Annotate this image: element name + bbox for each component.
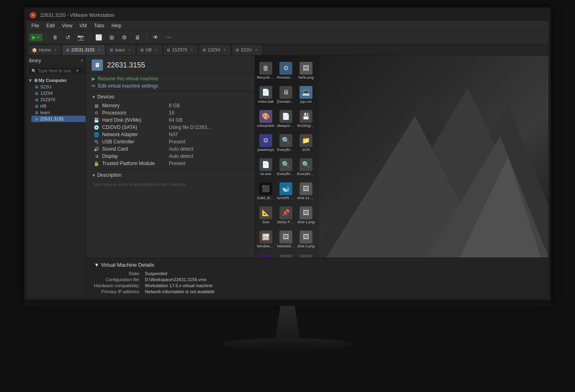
menu-edit[interactable]: Edit xyxy=(43,22,58,29)
desktop-icon-notepad3[interactable]: 📝 Notepad3.6... xyxy=(297,252,315,257)
tab-s22u-close[interactable]: × xyxy=(253,47,259,53)
sidebar-item-hb[interactable]: 🖥 HB xyxy=(31,103,86,109)
vm-preview[interactable]: 🗑 Recycle Bin ⚙ Process Lasso 🖼 xyxy=(255,55,548,257)
vm-details-title: Virtual Machine Details xyxy=(101,262,154,268)
devices-section-header[interactable]: ▼ Devices xyxy=(92,94,249,100)
desktop-icon-juju-vm[interactable]: 💻 juju.vm xyxy=(297,84,315,106)
tab-learn-close[interactable]: × xyxy=(127,47,132,53)
tab-152970-close[interactable]: × xyxy=(189,47,195,53)
vm-logo: 🖥 xyxy=(92,59,103,71)
fullscreen-button[interactable]: ⬜ xyxy=(93,32,105,43)
settings-button[interactable]: ⚙ xyxy=(119,32,130,43)
desktop-icon-shot-2[interactable]: 🖼 shot-2.png xyxy=(297,228,315,251)
obsidian-icon: 💎 xyxy=(259,255,272,257)
desktop-icon-everything2[interactable]: 🔍 Everything-... xyxy=(277,156,295,178)
icon-label: alwaysonfo... xyxy=(277,124,295,128)
vm-tab-icon-13z94: 🖥 xyxy=(202,48,206,52)
icon-label: Recycle Bin xyxy=(257,76,275,80)
sound-icon: 🔊 xyxy=(93,147,100,152)
desktop-icon-solid-black[interactable]: ⬛ Solid_black... xyxy=(257,180,275,202)
desktop-icon-hehe-png[interactable]: 🖼 hehe.png xyxy=(297,59,315,82)
view-button[interactable]: 👁 xyxy=(150,32,161,43)
desktop-icon-naver-whale[interactable]: 🐋 NAVER Whale xyxy=(277,180,295,202)
tab-13z94[interactable]: 🖥 13Z94 × xyxy=(199,45,231,55)
tab-22631-close[interactable]: × xyxy=(96,47,102,53)
sidebar-item-22631[interactable]: 🖥 22631.3155 xyxy=(31,116,86,122)
edit-settings-button[interactable]: ✏ Edit virtual machine settings xyxy=(92,83,249,89)
power-on-button[interactable]: ▶ ▼ xyxy=(30,34,43,41)
sidebar-search-box[interactable]: 🔍 ▼ xyxy=(29,67,83,74)
desktop-icon-notes-bak[interactable]: 📄 notes.bak xyxy=(257,84,275,106)
tab-13z94-close[interactable]: × xyxy=(222,47,228,53)
description-placeholder[interactable]: Type here to enter a description of this… xyxy=(92,180,249,188)
restart-button[interactable]: ↺ xyxy=(62,32,74,43)
resume-button[interactable]: ▶ Resume this virtual machine xyxy=(92,76,249,82)
device-value: Present xyxy=(169,161,185,166)
desktop-icon-alwaysonfo[interactable]: 📄 alwaysonfo... xyxy=(277,108,295,130)
desktop-icon-process-lasso[interactable]: ⚙ Process Lasso xyxy=(277,59,295,82)
tab-s22u[interactable]: 🖥 S22U × xyxy=(232,45,263,55)
menu-tabs[interactable]: Tabs xyxy=(91,22,107,29)
tpm-icon: 🔒 xyxy=(93,161,100,166)
desktop-icon-recycle-bin[interactable]: 🗑 Recycle Bin xyxy=(257,59,275,82)
scr-icon: 📁 xyxy=(300,134,312,147)
sticky-previews-icon: 📌 xyxy=(279,206,292,219)
desktop-icon-shot-14[interactable]: 🖼 shot-14.png xyxy=(297,180,315,202)
suspend-button[interactable]: ⏸ xyxy=(49,32,61,43)
desktop-icon-colorpicker[interactable]: 🎨 colorpicker xyxy=(257,108,275,130)
details-grid: State: Suspended Configuration file: D:\… xyxy=(94,271,540,294)
tab-home[interactable]: 🏠 Home × xyxy=(28,45,62,55)
desktop-icon-everything[interactable]: 🔍 Everything-... xyxy=(277,132,295,154)
desktop-icon-windowsp[interactable]: 🪟 WindowSp... xyxy=(257,228,275,251)
menu-view[interactable]: View xyxy=(59,22,76,29)
device-cd: 💿 CD/DVD (SATA) Using file D:\2263... xyxy=(92,124,249,131)
vmx-button[interactable]: 🖥 xyxy=(132,32,143,43)
desktop-icon-hebedoit[interactable]: 🖼 hebedoit.png xyxy=(277,228,295,251)
sidebar-item-s22u[interactable]: 🖥 S22U xyxy=(31,84,86,90)
tab-22631[interactable]: 🖥 22631.3155 × xyxy=(62,45,105,55)
desktop-icon-es-exe[interactable]: 📄 es.exe xyxy=(257,156,275,178)
tab-152970[interactable]: 🖥 15Z970 × xyxy=(163,45,198,55)
tab-home-close[interactable]: × xyxy=(52,47,58,53)
close-button[interactable]: × xyxy=(30,12,36,18)
options-button[interactable]: ⋯ xyxy=(163,32,174,43)
search-dropdown-icon[interactable]: ▼ xyxy=(76,69,79,73)
sidebar-item-label: learn xyxy=(40,110,50,115)
window-title: 22631.3155 - VMware Workstation xyxy=(40,12,115,18)
vm-icon: 🖥 xyxy=(35,110,39,115)
sidebar-item-15z970[interactable]: 🖥 15Z970 xyxy=(31,96,86,103)
domain-m2-icon: 🖥 xyxy=(279,86,292,99)
vm-logo-icon: 🖥 xyxy=(94,62,100,68)
sidebar-item-learn[interactable]: 🖥 learn xyxy=(31,109,86,116)
menu-file[interactable]: File xyxy=(28,22,42,29)
menu-vm[interactable]: VM xyxy=(76,22,90,29)
vm-desktop[interactable]: 🗑 Recycle Bin ⚙ Process Lasso 🖼 xyxy=(255,55,548,257)
tab-hb-close[interactable]: × xyxy=(153,47,159,53)
desktop-icon-everything-1-5a[interactable]: 🔍 Everything 1.5a xyxy=(297,156,315,178)
desktop-icon-domain-m2[interactable]: 🖥 [Domain] M2 MacBook Ai... xyxy=(277,84,295,106)
desktop-icon-powertoys[interactable]: ⚙ powertoys xyxy=(257,132,275,154)
menu-help[interactable]: Help xyxy=(108,22,125,29)
desktop-icon-test[interactable]: 📄 test xyxy=(277,252,295,257)
sidebar-item-13z94[interactable]: 🖥 13Z94 xyxy=(31,90,86,96)
desktop-icon-shot-1[interactable]: 🖼 shot-1.png xyxy=(297,204,315,227)
desktop-icon-scr[interactable]: 📁 SCR xyxy=(297,132,315,154)
desktop-icon-w10digital[interactable]: 💾 W10Digital... xyxy=(297,108,315,130)
tab-hb[interactable]: 🖥 HB × xyxy=(136,45,162,55)
device-value: 8 GB xyxy=(169,103,180,108)
desktop-icon-sticky-previews[interactable]: 📌 Sticky Previews xyxy=(277,204,295,227)
desktop-icon-size[interactable]: 📐 Size xyxy=(257,204,275,227)
description-section-header[interactable]: ▼ Description xyxy=(92,172,249,178)
device-name: Processors xyxy=(102,110,166,116)
sidebar-close-icon[interactable]: × xyxy=(80,58,83,63)
play-icon: ▶ xyxy=(92,76,95,82)
unity-button[interactable]: ⊞ xyxy=(106,32,117,43)
search-input[interactable] xyxy=(38,68,74,73)
desktop-icon-obsidian[interactable]: 💎 Obsidian xyxy=(257,252,275,257)
resume-label: Resume this virtual machine xyxy=(98,76,158,82)
tab-learn[interactable]: 🖥 learn × xyxy=(106,45,136,55)
edit-icon: ✏ xyxy=(92,83,96,89)
screenshot-button[interactable]: 📷 xyxy=(75,32,86,43)
sidebar-my-computer[interactable]: ▼ 🖥 My Computer xyxy=(27,77,86,84)
process-lasso-icon: ⚙ xyxy=(279,62,292,75)
